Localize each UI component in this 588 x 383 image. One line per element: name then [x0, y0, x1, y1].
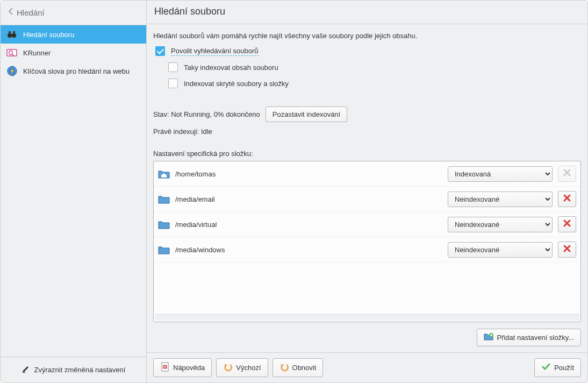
remove-folder-button[interactable] — [558, 242, 576, 258]
sidebar-back-label: Hledání — [17, 8, 45, 17]
folder-add-icon — [484, 332, 493, 343]
settings-window: Hledání Hledání souboru KRunner Klíčová … — [0, 0, 588, 383]
index-content-checkbox[interactable] — [168, 62, 178, 72]
apply-button[interactable]: Použít — [534, 358, 581, 377]
folder-row: /media/emailIndexovanáNeindexované — [154, 187, 580, 212]
close-icon — [563, 168, 571, 179]
enable-search-checkbox[interactable] — [155, 46, 165, 56]
remove-folder-button[interactable] — [558, 216, 576, 232]
sidebar-back[interactable]: Hledání — [1, 1, 146, 25]
remove-folder-button[interactable] — [558, 191, 576, 207]
status-row: Stav: Not Running, 0% dokončeno Pozastav… — [153, 107, 581, 122]
page-title: Hledání souboru — [147, 1, 587, 24]
sidebar-item-krunner[interactable]: KRunner — [1, 44, 146, 62]
defaults-button[interactable]: Výchozí — [216, 358, 268, 377]
sidebar-item-web-keywords[interactable]: Klíčová slova pro hledání na webu — [1, 62, 146, 80]
folder-row: /media/windowsIndexovanáNeindexované — [154, 237, 580, 263]
undo-icon — [223, 362, 233, 373]
index-content-label[interactable]: Taky indexovat obsah souboru — [184, 63, 278, 72]
svg-rect-4 — [13, 31, 15, 34]
folder-icon — [158, 219, 170, 229]
check-icon — [541, 362, 551, 373]
currently-indexing: Právě indexuji: Idle — [153, 127, 581, 136]
sidebar-item-label: Klíčová slova pro hledání na webu — [23, 67, 130, 75]
enable-search-label[interactable]: Povolit vyhledávání souborů — [171, 47, 259, 56]
footer: Nápověda Výchozí Obnovit Použít — [147, 352, 587, 382]
folder-icon — [158, 194, 170, 204]
folder-path: /home/tomas — [175, 170, 442, 178]
close-icon — [563, 194, 571, 204]
add-folder-row: Přidat nastavení složky... — [153, 329, 581, 346]
index-mode-select[interactable]: IndexovanáNeindexované — [448, 166, 553, 182]
svg-rect-5 — [7, 49, 17, 56]
svg-rect-3 — [9, 31, 11, 34]
pause-indexing-button[interactable]: Pozastavit indexování — [266, 107, 347, 122]
chevron-left-icon — [8, 7, 13, 18]
remove-folder-button — [558, 166, 576, 182]
description: Hledání souborů vám pomáhá rychle najít … — [153, 32, 581, 40]
index-hidden-row: Indexovat skryté soubory a složky — [166, 75, 581, 91]
highlight-label: Zvýraznit změněná nastavení — [34, 366, 126, 374]
svg-rect-2 — [11, 34, 13, 36]
folder-row: /home/tomasIndexovanáNeindexované — [154, 161, 580, 187]
horizontal-scrollbar[interactable] — [155, 314, 579, 321]
binoculars-icon — [6, 29, 18, 40]
folder-path: /media/virtual — [175, 221, 442, 229]
index-hidden-checkbox[interactable] — [168, 79, 178, 88]
folder-table[interactable]: /home/tomasIndexovanáNeindexované/media/… — [154, 161, 580, 313]
sidebar-item-label: Hledání souboru — [23, 31, 74, 39]
search-box-icon — [6, 47, 18, 59]
sidebar: Hledání Hledání souboru KRunner Klíčová … — [1, 1, 147, 382]
folder-panel: /home/tomasIndexovanáNeindexované/media/… — [153, 161, 581, 322]
sidebar-list: Hledání souboru KRunner Klíčová slova pr… — [1, 25, 146, 357]
folder-path: /media/windows — [175, 246, 442, 254]
index-mode-select[interactable]: IndexovanáNeindexované — [448, 217, 553, 232]
index-content-row: Taky indexovat obsah souboru — [166, 59, 581, 75]
sidebar-item-label: KRunner — [23, 49, 51, 57]
index-mode-select[interactable]: IndexovanáNeindexované — [448, 191, 553, 207]
highlight-changed-settings[interactable]: Zvýraznit změněná nastavení — [1, 357, 146, 382]
reset-button[interactable]: Obnovit — [273, 358, 324, 377]
folder-settings-label: Nastavení specifická pro složku: — [153, 150, 581, 158]
content: Hledání souborů vám pomáhá rychle najít … — [147, 24, 587, 352]
index-hidden-label[interactable]: Indexovat skryté soubory a složky — [184, 80, 289, 88]
index-mode-select[interactable]: IndexovanáNeindexované — [448, 242, 553, 258]
enable-search-row: Povolit vyhledávání souborů — [153, 43, 581, 59]
status-text: Stav: Not Running, 0% dokončeno — [153, 110, 260, 118]
home-folder-icon — [158, 169, 170, 179]
undo-icon — [279, 362, 289, 373]
folder-row: /media/virtualIndexovanáNeindexované — [154, 212, 580, 237]
sidebar-item-file-search[interactable]: Hledání souboru — [1, 25, 146, 44]
close-icon — [563, 219, 571, 230]
help-icon — [160, 362, 170, 373]
globe-lightning-icon — [6, 65, 18, 77]
pencil-icon — [21, 365, 30, 375]
close-icon — [563, 244, 571, 255]
main-panel: Hledání souboru Hledání souborů vám pomá… — [147, 1, 587, 382]
folder-path: /media/email — [175, 195, 442, 203]
svg-point-14 — [164, 366, 166, 368]
help-button[interactable]: Nápověda — [153, 358, 212, 377]
add-folder-button[interactable]: Přidat nastavení složky... — [477, 329, 581, 346]
folder-icon — [158, 245, 170, 254]
